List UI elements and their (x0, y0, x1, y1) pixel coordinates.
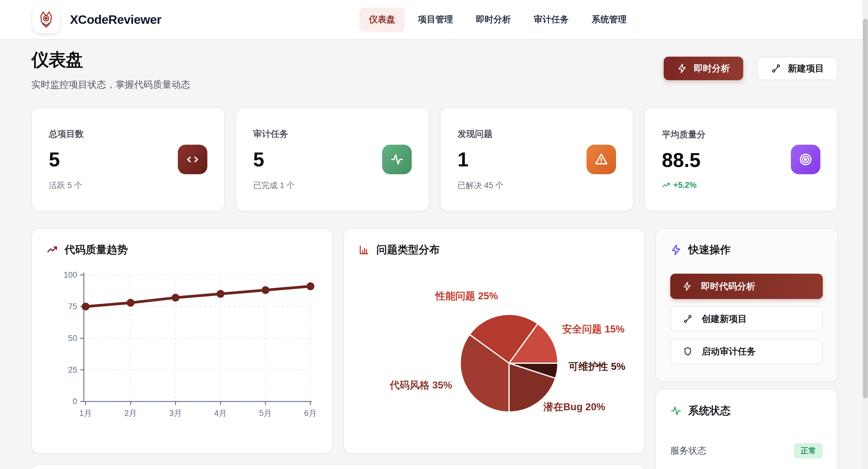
stat-sub: 已完成 1 个 (253, 180, 295, 191)
pie-label-maintainability: 可维护性 5% (568, 360, 625, 373)
stat-label: 发现问题 (458, 128, 504, 140)
page-title: 仪表盘 (31, 48, 190, 72)
start-audit-task-button[interactable]: 启动审计任务 (670, 339, 823, 364)
pie-label-security: 安全问题 15% (562, 322, 624, 336)
stat-value: 5 (49, 148, 84, 171)
stat-label: 平均质量分 (662, 129, 706, 141)
trending-up-icon (46, 244, 58, 256)
svg-text:2月: 2月 (124, 409, 137, 418)
quick-actions-card: 快速操作 即时代码分析 创建新项目 (655, 228, 838, 382)
scrollbar-thumb[interactable] (863, 19, 868, 399)
stat-card-issues-found[interactable]: 发现问题 1 已解决 45 个 (440, 107, 633, 211)
pie-label-code-style: 代码风格 35% (390, 379, 452, 392)
code-icon (178, 145, 207, 174)
stat-card-total-projects[interactable]: 总项目数 5 活跃 5 个 (31, 107, 225, 211)
lightning-icon (677, 63, 687, 73)
shield-icon (683, 347, 692, 356)
instant-code-analysis-button[interactable]: 即时代码分析 (670, 274, 823, 299)
quality-trend-chart: 02550751001月2月3月4月5月6月 (46, 262, 318, 431)
lightning-icon (682, 282, 692, 291)
svg-text:1月: 1月 (79, 409, 92, 418)
svg-text:0: 0 (73, 397, 77, 406)
stat-label: 审计任务 (253, 128, 295, 140)
scrollbar-track[interactable] (863, 0, 868, 469)
git-branch-icon (771, 63, 781, 73)
warning-icon (587, 145, 616, 174)
svg-text:6月: 6月 (304, 409, 317, 418)
stat-sub: 活跃 5 个 (49, 180, 84, 191)
activity-icon (670, 405, 682, 416)
trending-up-icon (662, 181, 670, 190)
nav-item-audit-tasks[interactable]: 审计任务 (524, 7, 578, 32)
brand: XCodeReviewer (33, 6, 161, 33)
status-badge: 正常 (794, 443, 823, 459)
page-subtitle: 实时监控项目状态，掌握代码质量动态 (31, 79, 190, 91)
svg-text:5月: 5月 (259, 409, 272, 418)
nav-item-dashboard[interactable]: 仪表盘 (359, 7, 405, 32)
bar-chart-icon (358, 244, 370, 256)
svg-text:75: 75 (68, 302, 77, 311)
card-title: 系统状态 (688, 404, 731, 418)
quality-trend-card: 代码质量趋势 02550751001月2月3月4月5月6月 (31, 228, 333, 454)
issue-distribution-card: 问题类型分布 性能问题 25% 安全问题 15% 可维护性 5% 潜在Bug 2… (343, 228, 645, 454)
create-new-project-button[interactable]: 创建新项目 (670, 306, 823, 332)
nav-item-instant-analysis[interactable]: 即时分析 (466, 7, 521, 32)
stat-card-audit-tasks[interactable]: 审计任务 5 已完成 1 个 (236, 107, 429, 211)
stat-value: 88.5 (662, 149, 706, 171)
issue-distribution-chart: 性能问题 25% 安全问题 15% 可维护性 5% 潜在Bug 20% 代码风格… (358, 268, 629, 455)
svg-text:3月: 3月 (169, 409, 182, 418)
svg-text:100: 100 (64, 270, 77, 279)
stat-card-avg-quality[interactable]: 平均质量分 88.5 +5.2% (644, 107, 838, 211)
activity-icon (382, 145, 412, 174)
git-branch-icon (683, 314, 692, 324)
stat-label: 总项目数 (49, 128, 84, 140)
target-icon (791, 145, 820, 174)
app-logo-icon[interactable] (33, 6, 60, 33)
chart-title: 代码质量趋势 (64, 243, 128, 257)
svg-text:50: 50 (68, 334, 77, 343)
chart-title: 问题类型分布 (376, 243, 440, 257)
main-nav: 仪表盘 项目管理 即时分析 审计任务 系统管理 (359, 0, 636, 39)
stat-value: 1 (458, 148, 504, 171)
card-title: 快速操作 (688, 243, 731, 257)
app-header: XCodeReviewer 仪表盘 项目管理 即时分析 审计任务 系统管理 (0, 0, 868, 39)
new-project-button[interactable]: 新建项目 (757, 57, 838, 80)
nav-item-projects[interactable]: 项目管理 (408, 7, 463, 32)
status-row-api: API响应 45ms (670, 465, 823, 469)
brand-name: XCodeReviewer (70, 13, 161, 27)
svg-text:4月: 4月 (214, 409, 227, 418)
nav-item-system-admin[interactable]: 系统管理 (582, 7, 636, 32)
pie-label-potential-bug: 潜在Bug 20% (544, 400, 605, 414)
project-overview-card: 项目概览 (31, 464, 645, 469)
svg-text:25: 25 (68, 365, 77, 374)
stat-sub: 已解决 45 个 (458, 180, 504, 191)
stat-value: 5 (253, 148, 295, 171)
pie-label-performance: 性能问题 25% (435, 289, 498, 303)
stat-trend: +5.2% (662, 181, 706, 190)
instant-analysis-button[interactable]: 即时分析 (664, 57, 743, 80)
system-status-card: 系统状态 服务状态 正常 API响应 45ms (655, 389, 838, 469)
status-row-service: 服务状态 正常 (670, 436, 823, 465)
lightning-icon (670, 244, 682, 256)
